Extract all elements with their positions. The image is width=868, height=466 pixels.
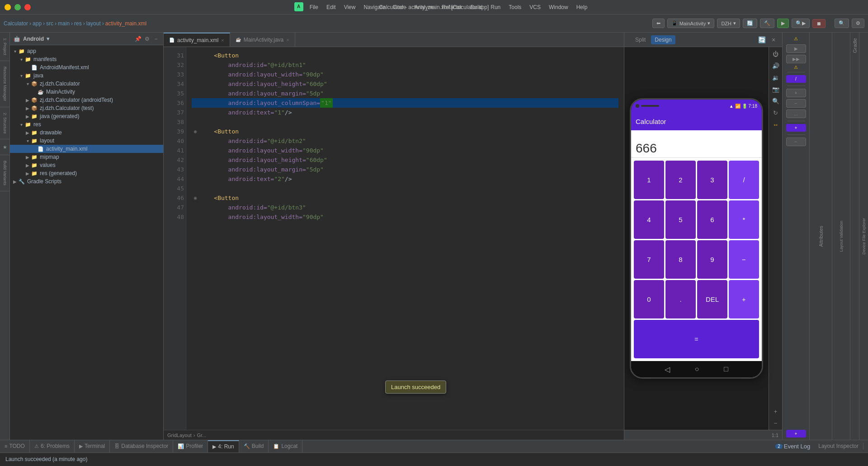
favorites-icon[interactable]: ★ (1, 143, 9, 151)
r-btn-bottom-plus[interactable]: + (786, 430, 806, 437)
menu-tools[interactable]: Tools (505, 2, 525, 12)
calc-btn-4[interactable]: 4 (634, 200, 664, 239)
layout-inspector-tab[interactable]: Layout Inspector (814, 443, 863, 449)
close-button[interactable]: × (24, 4, 31, 10)
calc-btn-add[interactable]: + (729, 280, 759, 319)
build-button[interactable]: 🔨 (760, 19, 774, 28)
nav-home-button[interactable]: ○ (695, 365, 699, 373)
volume-down-icon[interactable]: 🔉 (771, 72, 781, 82)
expand-arrow-androidtest[interactable]: ▶ (24, 98, 31, 103)
minimize-button[interactable]: − (5, 4, 11, 10)
tree-item-mipmap[interactable]: ▶ 📁 mipmap (10, 153, 163, 161)
calc-btn-7[interactable]: 7 (634, 240, 664, 279)
menu-file[interactable]: File (306, 2, 322, 12)
tree-item-values[interactable]: ▶ 📁 values (10, 161, 163, 169)
maximize-button[interactable]: □ (14, 4, 21, 10)
breadcrumb-app[interactable]: app (33, 20, 42, 27)
tree-item-package-test[interactable]: ▶ 📦 zj.dzh.Calculator (test) (10, 104, 163, 112)
breadcrumb-calculator[interactable]: Calculator (4, 20, 28, 27)
tree-item-java[interactable]: ▾ 📁 java (10, 71, 163, 80)
tab-close-mainactivity[interactable]: × (286, 37, 289, 43)
tab-mainactivity-java[interactable]: ☕ MainActivity.java × (230, 33, 295, 47)
calc-btn-del[interactable]: DEL (697, 280, 727, 319)
project-icon[interactable]: 1: Project (1, 36, 9, 57)
menu-view[interactable]: View (340, 2, 359, 12)
r-btn-slash[interactable]: / (786, 75, 806, 83)
r-btn-forward2[interactable]: ▶▶ (786, 55, 806, 63)
gradle-label[interactable]: Gradle (852, 38, 858, 53)
sync-button[interactable]: 🔄 (743, 19, 757, 28)
expand-arrow-mipmap[interactable]: ▶ (24, 155, 31, 160)
build-variants-icon[interactable]: Build Variants (1, 159, 9, 187)
tree-item-activity-main-xml[interactable]: 📄 activity_main.xml (10, 145, 163, 153)
panel-collapse-button[interactable]: − (152, 35, 160, 43)
calc-btn-8[interactable]: 8 (665, 240, 696, 279)
tree-item-java-generated[interactable]: ▶ 📁 java (generated) (10, 112, 163, 120)
resource-manager-icon[interactable]: Resource Manager (1, 65, 9, 103)
expand-arrow-manifests[interactable]: ▾ (18, 57, 24, 62)
emulator-refresh-button[interactable]: 🔄 (757, 35, 767, 45)
minus-icon[interactable]: − (771, 418, 781, 428)
calc-btn-0[interactable]: 0 (634, 280, 664, 319)
profile-selector[interactable]: DZH ▾ (717, 19, 740, 28)
bottom-tab-database-inspector[interactable]: 🗄 Database Inspector (110, 440, 173, 452)
calc-btn-9[interactable]: 9 (697, 240, 727, 279)
calc-btn-div[interactable]: / (729, 161, 759, 199)
nav-recents-button[interactable]: □ (724, 365, 728, 373)
menu-help[interactable]: Help (573, 2, 591, 12)
power-icon[interactable]: ⏻ (771, 49, 781, 59)
tree-item-package-androidtest[interactable]: ▶ 📦 zj.dzh.Calculator (androidTest) (10, 96, 163, 104)
profile-run-button[interactable]: 🔍▶ (792, 19, 810, 28)
expand-arrow-app[interactable]: ▾ (12, 49, 18, 54)
expand-arrow-test[interactable]: ▶ (24, 106, 31, 111)
code-editor[interactable]: 31 32 33 34 35 36 37 38 39 40 41 42 43 4… (164, 47, 624, 430)
calc-btn-5[interactable]: 5 (665, 200, 696, 239)
calculator-buttons[interactable]: 1 2 3 / 4 5 6 * 7 8 9 − 0 . DEL (631, 158, 762, 361)
menu-edit[interactable]: Edit (323, 2, 340, 12)
layout-validation-label[interactable]: Layout Validation (839, 217, 844, 255)
breadcrumb-file[interactable]: activity_main.xml (105, 20, 146, 27)
emulator-close-button[interactable]: × (769, 35, 778, 45)
breadcrumb-layout[interactable]: layout (86, 20, 101, 27)
expand-arrow-layout[interactable]: ▾ (24, 138, 31, 143)
code-content[interactable]: <Button android:id="@+id/btn1" android:l… (186, 47, 624, 430)
calc-btn-sub[interactable]: − (729, 240, 759, 279)
tree-item-res-generated[interactable]: ▶ 📁 res (generated) (10, 169, 163, 177)
tree-item-gradle-scripts[interactable]: ▶ 🔧 Gradle Scripts (10, 177, 163, 185)
bottom-tab-terminal[interactable]: ▶ Terminal (75, 440, 110, 452)
run-button[interactable]: ▶ (777, 19, 789, 28)
expand-arrow-java[interactable]: ▾ (18, 73, 24, 78)
attributes-label[interactable]: Attributes (818, 222, 824, 250)
tree-item-drawable[interactable]: ▶ 📁 drawable (10, 128, 163, 137)
device-file-explorer-label[interactable]: Device File Explorer (862, 214, 866, 258)
expand-arrow-gradle[interactable]: ▶ (12, 179, 18, 184)
add-icon[interactable]: + (771, 406, 781, 416)
design-tab[interactable]: Design (651, 35, 675, 44)
tree-item-androidmanifest[interactable]: 📄 AndroidManifest.xml (10, 63, 163, 71)
bottom-tab-logcat[interactable]: 📋 Logcat (269, 440, 302, 452)
r-btn-forward[interactable]: ▶ (786, 44, 806, 53)
panel-settings-button[interactable]: ⚙ (143, 35, 151, 43)
split-tab[interactable]: Split (632, 35, 649, 44)
tab-activity-main-xml[interactable]: 📄 activity_main.xml × (164, 33, 230, 47)
search-button[interactable]: 🔍 (835, 19, 849, 28)
settings-button[interactable]: ⚙ (852, 19, 864, 28)
rotate-icon[interactable]: ↻ (771, 108, 781, 118)
r-btn-minus2[interactable]: − (786, 138, 806, 146)
bottom-tab-profiler[interactable]: 📊 Profiler (173, 440, 208, 452)
menu-run[interactable]: Run (487, 2, 504, 12)
r-btn-plus2[interactable]: + (786, 124, 806, 132)
breadcrumb-res[interactable]: res (74, 20, 82, 27)
device-selector[interactable]: 📱 MainActivity ▾ (667, 19, 715, 28)
bottom-tab-problems[interactable]: ⚠ 6: Problems (30, 440, 75, 452)
nav-back-button[interactable]: ◁ (665, 365, 670, 374)
expand-arrow-res[interactable]: ▾ (18, 122, 24, 127)
tab-close-activity-main[interactable]: × (221, 38, 224, 43)
r-btn-minus[interactable]: − (786, 99, 806, 108)
tree-item-package-main[interactable]: ▾ 📦 zj.dzh.Calculator (10, 80, 163, 88)
tree-item-layout[interactable]: ▾ 📁 layout (10, 137, 163, 145)
screenshot-icon[interactable]: 📷 (771, 84, 781, 94)
menu-window[interactable]: Window (545, 2, 572, 12)
stop-button[interactable]: ⏹ (812, 19, 826, 28)
tree-item-manifests[interactable]: ▾ 📁 manifests (10, 55, 163, 63)
